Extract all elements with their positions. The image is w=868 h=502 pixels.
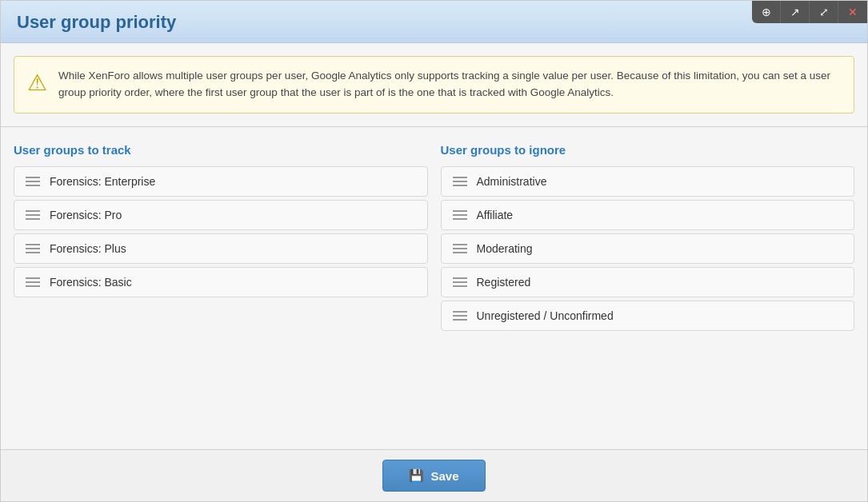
list-item[interactable]: Forensics: Basic [14,267,428,297]
item-label: Affiliate [477,209,514,221]
list-item[interactable]: Forensics: Pro [14,200,428,230]
track-list-title: User groups to track [14,143,428,157]
item-label: Forensics: Basic [50,276,132,289]
lists-container: User groups to track Forensics: Enterpri… [1,127,867,344]
modal-body: ⚠ While XenForo allows multiple user gro… [1,43,867,449]
warning-icon: ⚠ [27,70,47,96]
list-item[interactable]: Moderating [441,233,855,264]
item-label: Registered [477,276,531,289]
save-button[interactable]: 💾 Save [382,460,485,492]
drag-handle-icon [453,311,467,321]
modal-title: User group priority [17,12,176,33]
drag-handle-icon [26,210,40,220]
list-item[interactable]: Administrative [441,166,855,197]
item-label: Forensics: Enterprise [50,175,155,188]
drag-handle-icon [453,210,467,220]
modal-header: User group priority [1,1,867,43]
track-list-items: Forensics: Enterprise Forensics: Pro For… [14,166,428,297]
save-icon: 💾 [409,468,424,483]
item-label: Forensics: Plus [50,242,126,255]
drag-handle-icon [26,244,40,253]
resize-icon[interactable]: ⤢ [810,1,838,23]
modal-footer: 💾 Save [1,449,867,501]
item-label: Unregistered / Unconfirmed [477,309,614,322]
list-item[interactable]: Unregistered / Unconfirmed [441,301,855,331]
drag-handle-icon [26,177,40,186]
drag-handle-icon [453,277,467,287]
top-bar: ⊕ ↗ ⤢ ✕ [752,1,867,23]
zoom-icon[interactable]: ⊕ [752,1,781,23]
drag-handle-icon [453,244,467,253]
item-label: Forensics: Pro [50,209,122,221]
save-label: Save [430,469,458,483]
ignore-list-section: User groups to ignore Administrative Aff… [441,143,855,331]
ignore-list-title: User groups to ignore [441,143,855,157]
warning-text: While XenForo allows multiple user group… [58,68,841,102]
warning-box: ⚠ While XenForo allows multiple user gro… [14,56,854,114]
close-icon[interactable]: ✕ [838,1,867,23]
drag-handle-icon [453,177,467,186]
drag-handle-icon [26,277,40,287]
list-item[interactable]: Forensics: Plus [14,233,428,264]
list-item[interactable]: Affiliate [441,200,855,230]
export-icon[interactable]: ↗ [781,1,810,23]
item-label: Administrative [477,175,547,188]
list-item[interactable]: Registered [441,267,855,297]
list-item[interactable]: Forensics: Enterprise [14,166,428,197]
item-label: Moderating [477,242,533,255]
modal: ⊕ ↗ ⤢ ✕ User group priority ⚠ While XenF… [0,0,868,502]
track-list-section: User groups to track Forensics: Enterpri… [14,143,428,331]
ignore-list-items: Administrative Affiliate Moderating [441,166,855,331]
